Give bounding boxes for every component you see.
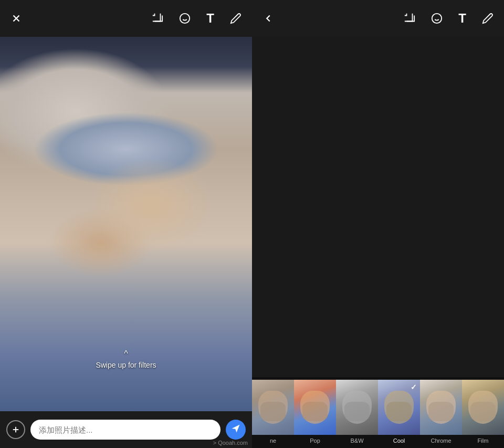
chevron-up-icon: ^ [124, 349, 128, 359]
filter-label-bw: B&W [350, 437, 363, 444]
pen-icon[interactable] [230, 13, 242, 24]
emoji-icon[interactable] [179, 13, 191, 24]
send-icon [231, 424, 240, 436]
send-button[interactable] [226, 420, 246, 440]
filter-item-cool[interactable]: ✓ Cool [378, 377, 420, 448]
checkmark-icon: ✓ [411, 383, 417, 391]
crop-icon[interactable] [152, 13, 163, 24]
caption-input-wrapper[interactable] [30, 420, 220, 440]
filter-thumb-film [462, 380, 504, 435]
filter-label-chrome: Chrome [430, 437, 451, 444]
filter-thumb-bw [336, 380, 378, 435]
right-emoji-icon[interactable] [431, 13, 443, 24]
filter-item-none[interactable]: ne [252, 377, 294, 448]
close-button[interactable] [10, 13, 22, 24]
filter-item-chrome[interactable]: Chrome [420, 377, 462, 448]
right-photo-area [252, 37, 504, 377]
right-toolbar: T [252, 0, 504, 37]
filter-item-pop[interactable]: Pop [294, 377, 336, 448]
filter-item-film[interactable]: Film [462, 377, 504, 448]
right-panel: T ne Pop B&W ✓ [252, 0, 504, 448]
text-icon[interactable]: T [206, 11, 214, 26]
right-photo-image [294, 90, 462, 324]
caption-input[interactable] [39, 425, 212, 434]
attribution-text: > Qooah.com [213, 440, 248, 446]
left-panel: T ^ Swipe up for filters [0, 0, 252, 448]
right-pen-icon[interactable] [482, 13, 494, 24]
back-button[interactable] [262, 13, 274, 24]
filter-thumb-chrome [420, 380, 462, 435]
filter-label-none: ne [270, 437, 276, 444]
filter-label-cool: Cool [393, 437, 405, 444]
filter-thumb-none [252, 380, 294, 435]
right-crop-icon[interactable] [404, 13, 415, 24]
filter-thumb-pop [294, 380, 336, 435]
right-text-icon[interactable]: T [458, 11, 466, 26]
filter-label-film: Film [478, 437, 489, 444]
filter-strip: ne Pop B&W ✓ Cool Chrome Film [252, 377, 504, 448]
photo-frame [294, 90, 462, 324]
filter-item-bw[interactable]: B&W [336, 377, 378, 448]
svg-point-7 [432, 14, 442, 23]
filter-label-pop: Pop [310, 437, 320, 444]
swipe-hint-text: Swipe up for filters [96, 361, 156, 369]
add-media-button[interactable] [6, 420, 25, 439]
left-photo-area: ^ Swipe up for filters [0, 37, 252, 411]
swipe-hint: ^ Swipe up for filters [96, 349, 156, 369]
filter-thumb-cool: ✓ [378, 380, 420, 435]
svg-point-2 [180, 14, 190, 23]
left-toolbar: T [0, 0, 252, 37]
